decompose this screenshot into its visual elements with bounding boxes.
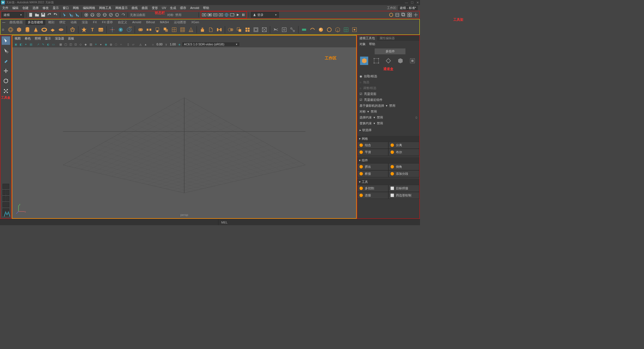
shelf-tab-curves[interactable]: 曲线/曲面 [7,20,25,25]
shelf-tab-polymodel[interactable]: 多边形建模 [25,20,45,25]
poly-targetweld-icon[interactable] [281,26,288,33]
vp-dof-icon[interactable]: ○ [119,42,123,46]
shelf-tab-render[interactable]: 渲染 [80,20,90,25]
vp-gate-icon[interactable]: ◫ [68,42,73,46]
render-globe-icon[interactable] [224,12,229,17]
poly-remesh-icon[interactable] [179,26,186,33]
vp-exposure-value[interactable]: 0.00 [156,43,163,46]
menu-help[interactable]: 帮助 [203,6,209,10]
redo-icon[interactable] [53,12,58,17]
tool-quaddraw[interactable]: ⬜四边形绘制 [388,192,419,199]
shelf-options-icon[interactable]: ⚙ [2,28,6,32]
pause-render-icon[interactable] [241,12,246,17]
vp-film-icon[interactable]: ▭ [51,42,55,46]
menu-mesh-tools[interactable]: 网格工具 [99,6,111,10]
poly-type-icon[interactable]: T [89,26,96,33]
opt-tweak[interactable]: 调整/框选 [363,86,376,90]
poly-bridge-icon[interactable] [216,26,223,33]
vp-xrayactive-icon[interactable]: ▲ [143,42,148,46]
vp-ao-icon[interactable]: ◉ [104,42,108,46]
tab-attribute-editor[interactable]: 属性编辑器 [377,35,397,41]
xform-value[interactable]: 禁用 [377,121,383,125]
menu-generate[interactable]: 生成 [170,6,176,10]
menu-surface[interactable]: 曲面 [142,6,148,10]
grid-toggle-icon[interactable] [413,12,418,17]
poly-crease-icon[interactable] [309,26,316,33]
radio-drag-icon[interactable]: ○ [360,81,361,84]
poly-extrude-icon[interactable] [199,26,206,33]
vp-xrayjoint-icon[interactable]: ◬ [138,42,143,46]
lasso-tool[interactable] [2,46,10,55]
shelf-tab-fxcache[interactable]: FX 缓存 [100,20,115,25]
menu-curve[interactable]: 曲线 [132,6,138,10]
render-sequence-icon[interactable] [230,12,235,17]
poly-sculpt-relax-icon[interactable] [334,26,341,33]
select-tool[interactable] [2,36,10,45]
opt-hlback[interactable]: 亮显背面 [364,92,376,96]
check-hlnear-icon[interactable]: ☑ [360,98,362,102]
vp-resolution-icon[interactable]: ▢ [63,42,68,46]
poly-multicut-icon[interactable] [272,26,279,33]
poly-combine-icon[interactable] [137,26,144,33]
paint-select-tool[interactable] [2,57,10,65]
menu-mesh-display[interactable]: 网格显示 [115,6,128,10]
face-mode-icon[interactable] [396,57,405,65]
shelf-tab-rig[interactable]: 绑定 [57,20,68,25]
panel-menu-help[interactable]: 帮助 [369,42,375,46]
vp-bookmark-icon[interactable]: ✦ [24,42,28,46]
view-menu-shading[interactable]: 着色 [25,36,31,41]
poly-mirror-icon[interactable] [227,26,234,33]
layout-2a-button[interactable] [3,190,6,195]
tool-smooth[interactable]: 🟠平滑 [357,149,388,156]
view-menu-lighting[interactable]: 照明 [35,36,41,41]
poly-smooth-icon[interactable] [154,26,161,33]
poly-quad-draw-icon[interactable] [343,26,349,33]
softselect-disclosure[interactable]: ▸软选择 [360,127,417,133]
layout-single-button[interactable] [3,184,9,189]
vp-wireframe-icon[interactable]: ◇ [78,42,83,46]
view-menu-panel[interactable]: 面板 [68,36,74,41]
vp-camera-attr-icon[interactable]: ◧ [18,42,23,46]
poly-cube-icon[interactable] [16,26,22,33]
poly-sphere-icon[interactable] [7,26,14,33]
tool-adddiv[interactable]: 🟠添加分段 [388,170,419,177]
tool-combine[interactable]: 🟠结合 [357,142,388,149]
menu-window[interactable]: 窗口 [63,6,69,10]
check-hlback-icon[interactable]: ☑ [360,92,362,96]
sym-panel-value[interactable]: 禁用 [371,110,377,114]
scale-tool[interactable] [2,87,10,95]
workspace-dropdown[interactable]: 建模 - 标准* [398,6,418,10]
menu-arnold[interactable]: Arnold [190,6,199,10]
snap-grid-icon[interactable] [84,12,89,17]
render-settings-icon[interactable] [218,12,223,17]
poly-retopo-icon[interactable] [188,26,194,33]
shelf-tab-motion[interactable]: 运动图形 [172,20,188,25]
vertex-mode-icon[interactable] [372,57,380,65]
xray-toggle-icon[interactable] [401,12,406,17]
maximize-button[interactable]: ☐ [411,1,414,4]
poly-instance-icon[interactable] [244,26,251,33]
section-component-header[interactable]: ▾组件 [357,157,419,163]
menu-modify[interactable]: 修改 [43,6,49,10]
opt-pick[interactable]: 拾取/框选 [364,74,377,78]
panel-menu-object[interactable]: 对象 [360,42,366,46]
vp-isolate-icon[interactable]: ▯ [126,42,130,46]
snap-point-icon[interactable] [96,12,101,17]
section-mesh-header[interactable]: ▾网格 [357,136,419,142]
poly-reduce-icon[interactable] [171,26,178,33]
tool-multicut[interactable]: 🟠多切割 [357,185,388,192]
hud-toggle-icon[interactable] [395,12,400,17]
poly-disc-icon[interactable] [58,26,64,33]
shelf-tab-bifrost[interactable]: Bifrost [144,20,157,24]
poly-history-icon[interactable]: 0,0,0 [126,26,132,33]
shelf-tab-arnold[interactable]: Arnold [130,20,143,24]
snap-live-icon[interactable]: L [115,12,120,17]
symmetry-value[interactable]: 禁用 [175,13,181,17]
vp-motion-icon[interactable]: ◍ [109,42,113,46]
poly-superquad-icon[interactable] [81,26,87,33]
modeling-toolkit-toggle-icon[interactable] [389,12,394,17]
menu-create[interactable]: 创建 [22,6,29,10]
layout-3b-button[interactable] [6,196,9,201]
poly-svg-icon[interactable]: SVG [97,26,104,33]
select-object-icon[interactable] [68,12,73,17]
